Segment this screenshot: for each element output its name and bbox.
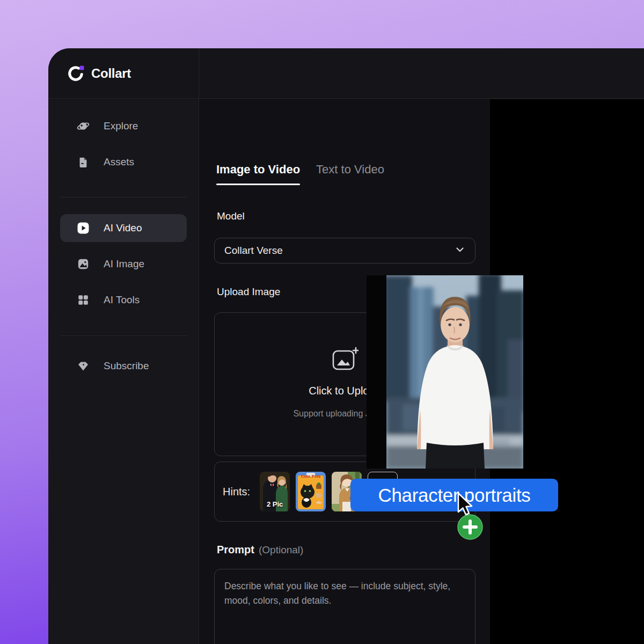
mode-tabs: Image to Video Text to Video (216, 163, 384, 185)
chevron-down-icon (455, 244, 465, 258)
hint-thumb-cute-pets[interactable]: Cute Pets (296, 472, 326, 511)
model-select[interactable]: Collart Verse (214, 238, 475, 264)
image-plus-icon (332, 346, 358, 373)
sidebar-section-divider (60, 197, 187, 197)
grid-icon (77, 294, 90, 306)
image-icon (77, 258, 90, 270)
hint-thumb-badge: 2 Pic (260, 500, 290, 508)
hint-thumb-couple[interactable]: 2 Pic (260, 472, 290, 511)
sidebar-item-explore[interactable]: Explore (60, 112, 187, 140)
sidebar-item-ai-video[interactable]: AI Video (60, 214, 187, 242)
video-play-icon (77, 222, 90, 235)
model-selected-value: Collart Verse (224, 245, 283, 257)
desktop-background: Collart Explore (0, 0, 644, 644)
prompt-optional-label: (Optional) (259, 544, 303, 555)
sidebar-item-ai-image[interactable]: AI Image (60, 250, 187, 278)
model-label: Model (217, 210, 245, 222)
collart-logo-icon (67, 65, 84, 82)
sidebar: Explore Assets (48, 99, 199, 644)
sidebar-item-label: AI Tools (104, 294, 140, 306)
planet-icon (77, 120, 90, 133)
prompt-label: Prompt (217, 544, 254, 555)
sidebar-item-label: Subscribe (104, 360, 149, 372)
brand-name: Collart (91, 66, 131, 81)
sidebar-item-assets[interactable]: Assets (60, 148, 187, 176)
prompt-label-row: Prompt(Optional) (217, 544, 303, 556)
sidebar-item-ai-tools[interactable]: AI Tools (60, 286, 187, 314)
app-window: Collart Explore (48, 48, 644, 644)
tab-text-to-video[interactable]: Text to Video (316, 163, 384, 185)
active-tab-underline (216, 184, 300, 185)
cursor-arrow-icon (455, 492, 479, 521)
dragged-portrait-image[interactable] (367, 275, 523, 469)
sidebar-item-label: Assets (104, 156, 134, 168)
category-chip-label: Character portraits (378, 485, 530, 506)
tab-image-to-video[interactable]: Image to Video (216, 163, 300, 185)
file-icon (77, 156, 90, 169)
brand-logo: Collart (67, 48, 131, 99)
sidebar-item-label: AI Image (104, 258, 144, 270)
sidebar-item-label: Explore (104, 120, 138, 132)
prompt-field-container: 0/1500 | (214, 569, 475, 644)
gem-icon (77, 360, 90, 372)
app-header: Collart (48, 48, 644, 99)
hints-label: Hints: (223, 486, 250, 498)
hint-thumb-title: Cute Pets (296, 474, 326, 479)
category-chip[interactable]: Character portraits (350, 479, 558, 511)
sidebar-section-divider (60, 335, 187, 336)
prompt-input[interactable] (215, 569, 475, 644)
sidebar-item-label: AI Video (104, 222, 142, 234)
sidebar-item-subscribe[interactable]: Subscribe (60, 352, 187, 380)
upload-image-label: Upload Image (217, 286, 280, 298)
